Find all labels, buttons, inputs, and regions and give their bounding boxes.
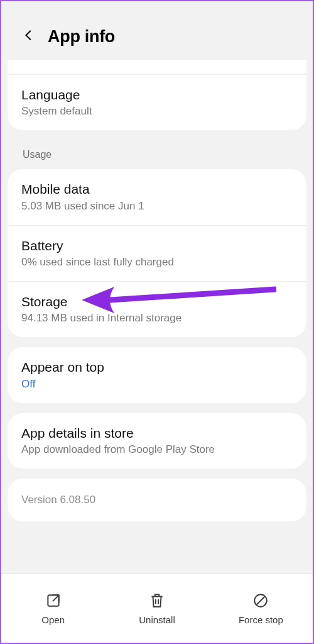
app-details-title: App details in store [21,425,293,442]
app-details-subtitle: App downloaded from Google Play Store [21,443,293,456]
language-subtitle: System default [21,105,293,118]
version-label: Version 6.08.50 [8,479,306,521]
svg-line-5 [257,597,265,605]
page-title: App info [48,27,115,47]
appear-on-top-title: Appear on top [21,358,293,376]
storage-title: Storage [21,293,293,311]
storage-subtitle: 94.13 MB used in Internal storage [21,312,293,325]
uninstall-button[interactable]: Uninstall [105,574,208,643]
mobile-data-title: Mobile data [21,180,293,198]
open-icon [45,592,62,609]
open-label: Open [41,614,65,625]
battery-title: Battery [21,237,293,255]
back-button[interactable] [16,24,41,49]
force-stop-button[interactable]: Force stop [209,574,313,643]
mobile-data-subtitle: 5.03 MB used since Jun 1 [21,200,293,213]
usage-section-label: Usage [8,140,306,162]
language-item[interactable]: Language System default [8,74,306,130]
back-icon [22,28,36,45]
storage-item[interactable]: Storage 94.13 MB used in Internal storag… [8,281,306,337]
trash-icon [148,592,166,609]
truncated-previous-item [8,60,306,74]
battery-item[interactable]: Battery 0% used since last fully charged [8,225,306,281]
uninstall-label: Uninstall [139,614,175,625]
bottom-action-bar: Open Uninstall Force stop [1,574,313,643]
force-stop-label: Force stop [239,614,283,625]
appear-on-top-subtitle: Off [21,378,293,391]
mobile-data-item[interactable]: Mobile data 5.03 MB used since Jun 1 [8,169,306,225]
open-button[interactable]: Open [1,574,105,643]
svg-line-1 [53,595,59,601]
app-details-in-store-item[interactable]: App details in store App downloaded from… [8,413,306,469]
language-title: Language [21,86,293,104]
appear-on-top-item[interactable]: Appear on top Off [8,347,306,402]
battery-subtitle: 0% used since last fully charged [21,256,293,269]
force-stop-icon [252,592,269,609]
